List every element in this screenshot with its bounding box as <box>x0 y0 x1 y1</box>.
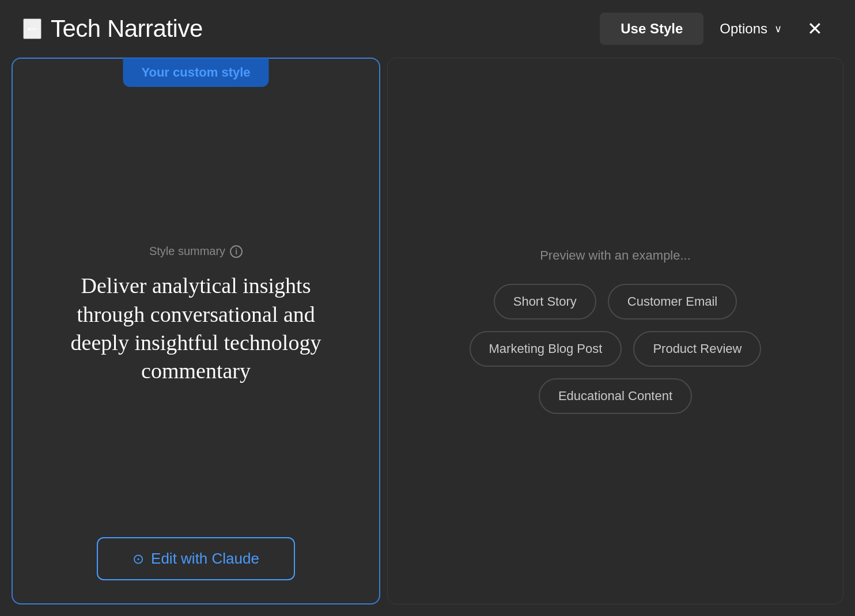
page-title: Tech Narrative <box>51 15 600 43</box>
close-button[interactable]: ✕ <box>798 15 832 43</box>
edit-button-label: Edit with Claude <box>151 550 259 568</box>
style-description: Deliver analytical insights through conv… <box>47 272 345 386</box>
info-icon: i <box>230 245 243 258</box>
chip-product-review[interactable]: Product Review <box>633 331 761 367</box>
main-content: Your custom style Style summary i Delive… <box>0 58 855 616</box>
header: ← Tech Narrative Use Style Options ∨ ✕ <box>0 0 855 58</box>
right-panel: Preview with an example... Short Story C… <box>387 58 843 604</box>
style-summary-section: Style summary i Deliver analytical insig… <box>36 70 356 537</box>
options-button[interactable]: Options ∨ <box>708 13 793 45</box>
preview-label: Preview with an example... <box>540 248 691 263</box>
back-icon: ← <box>24 20 40 38</box>
header-actions: Use Style Options ∨ ✕ <box>600 13 832 45</box>
chip-marketing-blog-post[interactable]: Marketing Blog Post <box>470 331 622 367</box>
chips-row-3: Educational Content <box>539 378 692 414</box>
chips-row-1: Short Story Customer Email <box>494 284 737 320</box>
style-summary-label: Style summary i <box>149 245 243 258</box>
chevron-down-icon: ∨ <box>774 22 782 35</box>
chip-short-story[interactable]: Short Story <box>494 284 596 320</box>
edit-with-claude-button[interactable]: ⊙ Edit with Claude <box>97 537 295 580</box>
chips-row-2: Marketing Blog Post Product Review <box>470 331 762 367</box>
custom-style-badge: Your custom style <box>123 58 268 87</box>
use-style-button[interactable]: Use Style <box>600 13 703 45</box>
chip-customer-email[interactable]: Customer Email <box>608 284 737 320</box>
left-panel: Your custom style Style summary i Delive… <box>12 58 380 604</box>
edit-icon: ⊙ <box>133 551 144 567</box>
back-button[interactable]: ← <box>23 18 41 39</box>
chip-educational-content[interactable]: Educational Content <box>539 378 692 414</box>
options-label: Options <box>720 21 767 37</box>
example-chips: Short Story Customer Email Marketing Blo… <box>470 284 762 414</box>
